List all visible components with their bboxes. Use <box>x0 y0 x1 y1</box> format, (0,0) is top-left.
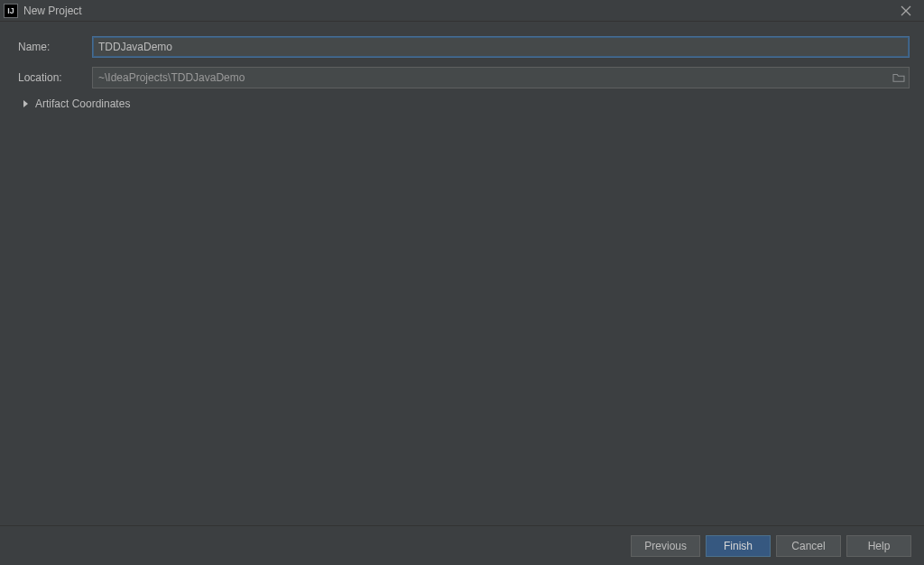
dialog-button-bar: Previous Finish Cancel Help <box>0 525 924 565</box>
name-field-cell <box>92 36 910 58</box>
browse-button[interactable] <box>889 68 909 88</box>
artifact-coordinates-label: Artifact Coordinates <box>35 97 130 110</box>
location-input-wrap <box>92 67 910 88</box>
chevron-right-icon <box>23 100 28 107</box>
title-bar: IJ New Project <box>0 0 924 22</box>
name-label: Name: <box>18 41 92 53</box>
folder-icon <box>892 72 905 83</box>
location-label: Location: <box>18 71 92 84</box>
location-row: Location: <box>18 67 910 88</box>
help-button[interactable]: Help <box>846 535 911 557</box>
name-row: Name: <box>18 36 910 58</box>
form-area: Name: Location: Artifact Coordinates <box>0 22 924 110</box>
location-field-cell <box>92 67 910 88</box>
artifact-coordinates-expander[interactable]: Artifact Coordinates <box>18 97 910 110</box>
close-icon <box>901 5 911 16</box>
finish-button[interactable]: Finish <box>706 535 771 557</box>
close-button[interactable] <box>893 1 919 21</box>
window-title: New Project <box>23 5 893 17</box>
app-logo-icon: IJ <box>4 4 18 18</box>
name-input[interactable] <box>92 36 910 58</box>
cancel-button[interactable]: Cancel <box>776 535 841 557</box>
location-input[interactable] <box>93 68 889 88</box>
previous-button[interactable]: Previous <box>631 535 700 557</box>
